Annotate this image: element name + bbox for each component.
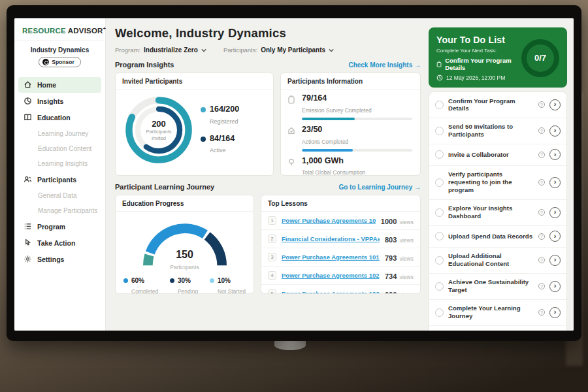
gauge-center-value: 150: [136, 250, 234, 260]
sidebar-item-program[interactable]: Program: [18, 219, 101, 235]
arrow-right-icon: →: [414, 61, 421, 69]
sidebar-item-learning-insights[interactable]: Learning Insights: [18, 156, 101, 171]
clipboard-icon: [436, 61, 442, 68]
task-checkbox[interactable]: [435, 208, 444, 217]
main-panel: Welcome, Industry Dynamics Program: Indu…: [106, 18, 427, 331]
lesson-link[interactable]: Power Purchase Agreements 101: [282, 217, 376, 224]
sidebar-item-label: Education: [37, 114, 71, 122]
lesson-link[interactable]: Power Purchase Agreements 102: [282, 272, 380, 279]
info-icon[interactable]: ?: [538, 233, 545, 240]
program-insights-title: Program Insights: [115, 61, 174, 69]
chevron-right-icon[interactable]: ›: [549, 149, 561, 160]
top-lessons-card: Top Lessons 1 Power Purchase Agreements …: [261, 195, 421, 294]
info-icon[interactable]: ?: [538, 179, 545, 186]
go-to-learning-journey-link[interactable]: Go to Learning Journey →: [338, 184, 421, 191]
lesson-link[interactable]: Financial Considerations - VPPAs: [282, 235, 380, 242]
task-row[interactable]: Complete Your Learning Journey ? ›: [429, 300, 566, 326]
info-icon[interactable]: ?: [538, 209, 545, 216]
task-checkbox[interactable]: [435, 178, 444, 187]
stat-emission-survey: 79/164Emission Survey Completed: [287, 94, 412, 115]
stat-total-consumption: 1,000 GWhTotal Global Consumption: [287, 157, 412, 176]
sponsor-icon: [42, 59, 49, 65]
task-row[interactable]: Explore Your Insights Dashboard ? ›: [429, 200, 566, 226]
sidebar-item-settings[interactable]: Settings: [18, 252, 101, 267]
task-checkbox[interactable]: [435, 150, 444, 159]
chevron-right-icon[interactable]: ›: [549, 231, 561, 242]
chevron-right-icon[interactable]: ›: [549, 99, 561, 110]
insights-icon: [24, 97, 32, 105]
sidebar-item-learning-journey[interactable]: Learning Journey: [18, 126, 101, 141]
monitor-stand: [274, 340, 306, 350]
chevron-right-icon[interactable]: ›: [549, 177, 561, 188]
info-icon[interactable]: ?: [538, 127, 545, 134]
survey-icon: [287, 95, 295, 104]
donut-center-label: ParticipantsInvited: [146, 129, 171, 141]
task-row[interactable]: Confirm Your Program Details ? ›: [429, 92, 566, 118]
sidebar-item-education[interactable]: Education: [18, 110, 101, 125]
lesson-row: 2 Financial Considerations - VPPAs 803 v…: [261, 230, 420, 248]
home-icon: [24, 80, 32, 89]
info-icon[interactable]: ?: [538, 283, 545, 289]
chevron-right-icon[interactable]: ›: [549, 307, 561, 318]
todo-next-task: Confirm Your Program Details: [445, 57, 517, 71]
clock-icon: [436, 74, 443, 81]
lesson-row: 4 Power Purchase Agreements 102 734 view…: [261, 267, 420, 285]
legend-dot: [201, 107, 206, 112]
lesson-link[interactable]: Power Purchase Agreements 103: [282, 290, 380, 294]
sidebar-item-manage-participants[interactable]: Manage Participants: [18, 203, 101, 218]
task-row[interactable]: Invite a Collaborator ? ›: [429, 144, 566, 166]
info-icon[interactable]: ?: [538, 101, 545, 108]
sidebar-item-take-action[interactable]: Take Action: [18, 235, 101, 251]
lesson-link[interactable]: Power Purchase Agreements 101: [282, 253, 380, 261]
task-row[interactable]: Upload Spend Data Records ? ›: [429, 226, 566, 248]
donut-center-value: 200: [152, 119, 166, 129]
lesson-rank: 3: [268, 253, 276, 261]
info-icon[interactable]: ?: [538, 257, 545, 263]
info-icon[interactable]: ?: [538, 152, 545, 158]
info-icon[interactable]: ?: [538, 309, 545, 316]
task-checkbox[interactable]: [435, 256, 444, 265]
card-title: Top Lessons: [261, 195, 420, 212]
participants-dropdown[interactable]: Participants: Only My Participants: [223, 46, 334, 54]
program-dropdown[interactable]: Program: Industrialize Zero: [115, 46, 206, 54]
chevron-right-icon[interactable]: ›: [549, 125, 561, 137]
task-checkbox[interactable]: [435, 282, 444, 291]
task-row[interactable]: Send 50 Invitations to Participants ? ›: [429, 118, 566, 144]
learning-journey-title: Participant Learning Journey: [115, 183, 214, 191]
todo-tasks-card: Confirm Your Program Details ? › Send 50…: [429, 91, 567, 331]
lesson-rank: 5: [268, 289, 276, 294]
task-row[interactable]: Achieve One Sustainability Target ? ›: [429, 274, 566, 300]
todo-progress-ring: 0/7: [521, 39, 559, 77]
task-checkbox[interactable]: [435, 101, 444, 109]
legend-registered: 164/200Registered: [201, 105, 239, 125]
task-checkbox[interactable]: [435, 232, 444, 240]
task-row[interactable]: Upload Additional Educational Content ? …: [429, 248, 566, 274]
chevron-right-icon[interactable]: ›: [549, 281, 561, 292]
education-progress-card: Education Progress 150 Participants: [115, 195, 254, 294]
gauge-center-label: Participants: [170, 264, 199, 270]
org-name: Industry Dynamics: [18, 46, 101, 54]
actions-completed-progressbar: [302, 149, 412, 152]
sidebar-item-education-content[interactable]: Education Content: [18, 141, 101, 156]
sidebar: RESOURCE ADVISOR+ Industry Dynamics Spon…: [14, 18, 106, 331]
collapse-tasks-link[interactable]: Collapse Tasks: [429, 326, 566, 331]
task-row[interactable]: Verify participants requesting to join t…: [429, 166, 566, 200]
chevron-right-icon[interactable]: ›: [549, 207, 561, 218]
sidebar-item-home[interactable]: Home: [18, 77, 101, 93]
legend-completed: 60%Completed: [123, 277, 158, 294]
check-more-insights-link[interactable]: Check More Insights →: [348, 61, 421, 69]
task-checkbox[interactable]: [435, 127, 444, 135]
task-checkbox[interactable]: [435, 308, 444, 317]
chevron-right-icon[interactable]: ›: [549, 255, 561, 266]
lesson-rank: 4: [268, 271, 276, 280]
card-title: Invited Participants: [116, 73, 273, 90]
sponsor-badge[interactable]: Sponsor: [39, 57, 80, 67]
sidebar-item-general-data[interactable]: General Data: [18, 188, 101, 203]
legend-dot: [210, 278, 214, 283]
sidebar-item-insights[interactable]: Insights: [18, 93, 101, 109]
sidebar-item-participants[interactable]: Participants: [18, 172, 101, 188]
settings-icon: [24, 255, 32, 263]
sidebar-item-label: Participants: [37, 176, 76, 184]
stat-actions-completed: 23/50Actions Completed: [287, 125, 412, 146]
invited-participants-card: Invited Participants 200 Partic: [115, 73, 274, 176]
